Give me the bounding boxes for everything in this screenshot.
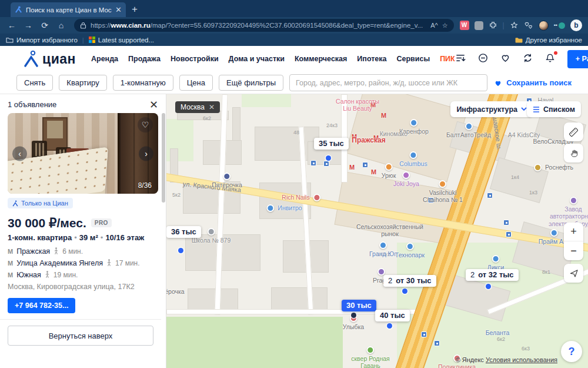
map-listing-dot[interactable] [402,289,407,294]
bing-icon[interactable]: b [570,19,582,31]
url-bar[interactable]: https://www.cian.ru/map/?center=55.60973… [74,19,454,32]
locate-me-button[interactable] [564,264,583,283]
poi-icon [406,243,414,250]
back-to-top-button[interactable]: Вернуться наверх [8,326,153,346]
favorites-heart-icon[interactable] [500,52,511,66]
reload-icon[interactable]: ⟳ [38,21,52,30]
sync-hearts-icon[interactable] [524,21,533,29]
map-canvas[interactable]: ул. Красного МаякаВаршавское ш.5к26к224к… [166,94,588,368]
browser-tab[interactable]: Поиск на карте Циан в Моск ✕ [11,2,126,17]
bus-stop-icon [503,220,509,226]
metro-row: МЮжная19 мин. [8,271,158,279]
filter-buttons: СнятьКвартиру1-комнатнуюЦенаЕщё фильтры [16,75,283,91]
filter-button-3[interactable]: Цена [179,75,213,91]
poi-icon [223,173,231,180]
walking-icon [106,259,112,267]
metro-map-icon: М [349,164,355,171]
filter-button-0[interactable]: Снять [16,75,53,91]
map-price-pin[interactable]: 36 тыс [166,226,201,238]
forward-icon[interactable]: → [21,21,35,30]
extension-w-icon[interactable]: W [460,21,469,30]
compare-icon[interactable] [522,52,533,66]
save-search-button[interactable]: Сохранить поиск [493,78,572,87]
logo-text: циан [42,51,76,67]
photo-favorite-heart-icon[interactable]: ♡ [138,117,153,132]
map-poi: Салон красотыLiu Beauty [336,98,379,112]
post-listing-button[interactable]: + Разместить объявление [567,50,588,68]
map-park [166,317,343,368]
map-listing-dot[interactable] [326,155,331,161]
city-chip[interactable]: Москва✕ [175,101,220,113]
zoom-out-button[interactable]: − [564,241,583,260]
tab-close-icon[interactable]: ✕ [115,5,122,14]
filter-bar: СнятьКвартиру1-комнатнуюЦенаЕщё фильтры … [0,72,588,94]
extension-grey-icon[interactable] [475,21,483,30]
notifications-bell-icon[interactable] [544,52,556,66]
map-price-pin[interactable]: 2от 30 тыс [383,275,436,287]
listings-panel: 1 объявление ✕ ♡ ‹ › 8/36 [0,94,166,368]
infrastructure-button[interactable]: Инфраструктура [450,101,533,117]
filter-button-2[interactable]: 1-комнатную [113,75,173,91]
panel-close-icon[interactable]: ✕ [149,101,158,109]
listing-photo[interactable]: ♡ ‹ › 8/36 [8,113,158,194]
profile-avatar-icon[interactable] [539,21,549,31]
bookmark-other-folder[interactable]: Другое избранное [515,37,582,44]
map-price-pin[interactable]: 30 тыс [342,300,376,311]
filter-button-1[interactable]: Квартиру [59,75,106,91]
notification-dot-icon[interactable]: •• [554,22,565,29]
save-heart-icon [493,78,503,87]
bus-stop-icon [434,340,440,346]
map-listing-dot[interactable] [178,248,183,253]
pan-tool-button[interactable] [564,144,583,163]
help-button[interactable]: ? [561,341,582,362]
list-view-button[interactable]: Списком [527,101,581,117]
poi-icon [492,255,500,263]
saved-searches-icon[interactable] [455,52,466,66]
chip-close-icon[interactable]: ✕ [209,103,215,111]
nav-item-7[interactable]: ПИК [440,55,455,63]
map-listing-dot[interactable] [387,323,392,329]
reader-mode-icon[interactable]: A^ [430,22,438,29]
browser-window: Поиск на карте Циан в Моск ✕ + ← → ⟳ ⌂ h… [0,0,588,368]
bookmarks-divider: | [82,37,84,44]
cian-logo[interactable]: циан [24,51,76,67]
search-input[interactable] [289,74,487,91]
nav-item-2[interactable]: Новостройки [171,55,219,63]
nav-item-6[interactable]: Сервисы [397,55,430,63]
map-poi: Пятёрочка [212,173,242,188]
walking-icon [54,247,59,255]
new-tab-button[interactable]: + [132,4,138,15]
map-price-pin[interactable]: 40 тыс [375,310,410,321]
map-park [242,94,291,107]
house-number: 5к2 [172,192,181,198]
bus-stop-icon [310,160,316,166]
home-icon[interactable]: ⌂ [54,21,68,30]
extensions-puzzle-icon[interactable] [489,21,497,30]
library-star-icon[interactable] [510,21,519,30]
photo-next-icon[interactable]: › [139,146,153,161]
ruler-icon [569,127,579,137]
map-listing-dot[interactable] [486,284,491,289]
map-price-pin[interactable]: 35 тыс [314,138,349,150]
nav-item-0[interactable]: Аренда [91,55,118,63]
panel-scrollbar[interactable] [162,113,165,203]
back-icon[interactable]: ← [5,21,19,30]
ruler-tool-button[interactable] [564,122,583,141]
map-listing-dot[interactable] [351,313,356,318]
zoom-in-button[interactable]: + [564,223,583,241]
photo-prev-icon[interactable]: ‹ [12,146,27,161]
terms-link[interactable]: Условия использования [486,356,557,363]
messages-icon[interactable] [477,52,489,66]
bookmark-star-icon[interactable]: ☆ [442,22,448,29]
filter-button-4[interactable]: Ещё фильтры [219,75,283,91]
nav-item-3[interactable]: Дома и участки [229,55,285,63]
bookmark-import[interactable]: Импорт избранного [6,37,78,44]
show-phone-button[interactable]: +7 964 782-35... [8,298,75,313]
bookmark-latest[interactable]: Latest supported... [89,37,154,44]
nav-item-1[interactable]: Продажа [128,55,161,63]
poi-icon [570,197,577,204]
nav-item-4[interactable]: Коммерческая [295,55,347,63]
nav-item-5[interactable]: Ипотека [357,55,386,63]
map-price-pin[interactable]: 2от 32 тыс [466,269,519,281]
chevron-down-icon [521,107,527,111]
